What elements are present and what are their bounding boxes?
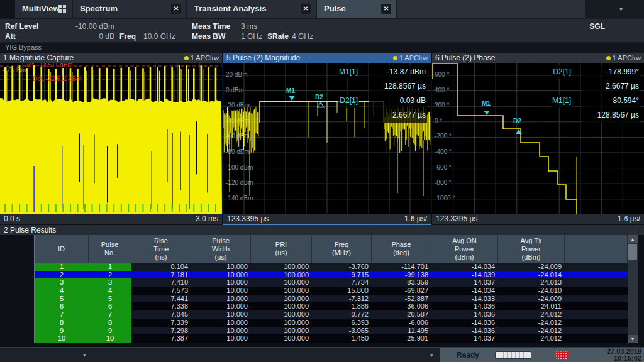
- column-header[interactable]: Rise Time (ns): [131, 235, 191, 263]
- close-icon[interactable]: ✕: [171, 4, 181, 14]
- x-scale: 1.6 µs/: [618, 214, 640, 224]
- x-start: 0.0 s: [4, 214, 20, 223]
- panel-pulse-phase: 6 Pulse (2) Phase 1 APClrw 600 °400 °200…: [432, 53, 644, 224]
- marker-m1-label[interactable]: M1: [482, 100, 491, 107]
- panel-header[interactable]: 1 Magnitude Capture 1 APClrw: [0, 53, 222, 63]
- column-header[interactable]: [565, 235, 628, 263]
- column-header[interactable]: Avg Tx Power (dBm): [498, 235, 565, 263]
- close-icon[interactable]: ✕: [301, 4, 311, 14]
- marker-readout-row: 128.8567 µs: [338, 79, 427, 94]
- pulse-row-8[interactable]: 887.33910.000100.0006.393-6.006-14.036-2…: [35, 319, 628, 327]
- meas-time-value[interactable]: 3 ms: [241, 22, 257, 31]
- column-header[interactable]: Pulse Width (us): [191, 235, 251, 263]
- table-cell: 1: [89, 263, 131, 271]
- marker-readout: D2[1]-178.999°2.6677 µsM1[1]80.594°128.8…: [551, 65, 640, 123]
- tab-multiview[interactable]: MultiView: [15, 0, 72, 18]
- scroll-thumb[interactable]: [628, 244, 637, 260]
- panel-footer: 123.3395 µs 1.6 µs/: [223, 214, 431, 224]
- table-cell: 8: [89, 319, 131, 327]
- freq-label: Freq: [119, 32, 136, 41]
- trace-dot-icon: [184, 56, 189, 60]
- marker-name: [570, 79, 572, 94]
- column-header[interactable]: ID: [35, 235, 89, 263]
- marker-value: 80.594°: [582, 94, 640, 108]
- tab-label: MultiView: [15, 0, 60, 18]
- pulse-row-10[interactable]: 10107.38710.000100.0001.45025.901-14.037…: [35, 334, 628, 343]
- pulse-row-4[interactable]: 447.57310.000100.00015.800-69.827-14.034…: [35, 287, 628, 295]
- tabbar-dropdown-icon[interactable]: ▾: [619, 6, 623, 13]
- marker-d2-label[interactable]: D2: [315, 94, 323, 101]
- table-cell: 7.338: [131, 302, 191, 310]
- table-cell: 100.000: [251, 278, 312, 287]
- att-value[interactable]: 0 dB: [44, 32, 114, 41]
- column-header[interactable]: Pulse No.: [89, 235, 131, 263]
- marker-readout-row: 2.6677 µs: [338, 108, 427, 123]
- statusbar-dropdown-icon[interactable]: ▾: [83, 352, 86, 358]
- pulse-row-6[interactable]: 667.33810.000100.000-1.886-36.006-14.036…: [35, 302, 628, 310]
- tab-pulse[interactable]: Pulse ✕: [317, 0, 396, 18]
- ref-level-value[interactable]: -10.00 dBm: [44, 22, 114, 31]
- table-cell: -3.760: [312, 263, 372, 271]
- table-cell: 10.000: [191, 310, 251, 319]
- pulse-row-1[interactable]: 118.10410.000100.000-3.760-114.701-14.03…: [35, 263, 628, 271]
- magnitude-capture-plot[interactable]: -10 dBm Ref. -12.511 dBm Det. -22.511 dB…: [0, 63, 222, 214]
- marker-m1-label[interactable]: M1: [286, 87, 295, 94]
- table-cell: [565, 263, 628, 271]
- table-cell: 7.734: [312, 278, 372, 287]
- close-icon[interactable]: ✕: [381, 4, 391, 14]
- freq-value[interactable]: 10.0 GHz: [143, 32, 175, 41]
- tab-transient-analysis[interactable]: Transient Analysis ✕: [187, 0, 316, 18]
- meas-bw-value[interactable]: 1 GHz: [241, 32, 262, 41]
- yig-bypass-label: YIG Bypass: [0, 43, 644, 53]
- marker-name: [357, 79, 359, 94]
- table-cell: -6.006: [372, 319, 431, 327]
- table-cell: -24.012: [498, 310, 565, 319]
- pulse-row-7[interactable]: 777.04510.000100.000-0.772-20.587-14.036…: [35, 310, 628, 319]
- table-cell: 9: [89, 327, 131, 335]
- table-cell: -14.034: [431, 287, 498, 295]
- pulse-row-2[interactable]: 227.18110.000100.0009.715-99.138-14.039-…: [35, 271, 628, 279]
- table-cell: 2: [89, 271, 131, 279]
- table-cell: -14.036: [431, 327, 498, 335]
- table-cell: -24.013: [498, 278, 565, 287]
- meas-time-label: Meas Time: [192, 22, 230, 31]
- table-cell: -14.037: [431, 278, 498, 287]
- pulse-phase-plot[interactable]: 600 °400 °200 °0 °-200 °-400 °-600 °-800…: [432, 63, 644, 214]
- table-cell: 3: [35, 278, 89, 287]
- scroll-down-icon[interactable]: ▼: [628, 335, 638, 343]
- pulse-magnitude-plot[interactable]: 20 dBm0 dBm-20 dBm-40 dBm-60 dBm-80 dBm-…: [223, 63, 431, 214]
- table-cell: [565, 334, 628, 343]
- pulse-row-5[interactable]: 557.44110.000100.000-7.312-52.887-14.033…: [35, 295, 628, 303]
- table-cell: 4: [89, 287, 131, 295]
- table-cell: 10: [35, 334, 89, 343]
- table-cell: -24.009: [498, 295, 565, 303]
- table-cell: 100.000: [251, 295, 312, 303]
- table-cell: 15.800: [312, 287, 372, 295]
- column-header[interactable]: Freq (MHz): [312, 235, 372, 263]
- srate-label: SRate: [267, 32, 289, 41]
- panel-header[interactable]: 6 Pulse (2) Phase 1 APClrw: [432, 53, 644, 63]
- marker-value: 0.03 dB: [369, 94, 427, 108]
- tab-spectrum[interactable]: Spectrum ✕: [73, 0, 186, 18]
- marker-d2-label[interactable]: D2: [513, 118, 521, 124]
- marker-value: -178.999°: [582, 65, 640, 79]
- table-cell: 7.045: [131, 310, 191, 319]
- table-cell: 9: [35, 327, 89, 335]
- column-header[interactable]: PRI (us): [251, 235, 312, 263]
- scroll-up-icon[interactable]: ▲: [628, 235, 638, 243]
- table-cell: -114.701: [372, 263, 431, 271]
- table-cell: 7: [89, 310, 131, 319]
- panel-header[interactable]: 5 Pulse (2) Magnitude 1 APClrw: [223, 53, 431, 63]
- pulse-row-3[interactable]: 337.41010.000100.0007.734-83.359-14.037-…: [35, 278, 628, 287]
- column-header[interactable]: Phase (deg): [372, 235, 431, 263]
- trace-info: 1 APClrw: [184, 53, 219, 63]
- results-scrollbar[interactable]: ▲ ▼: [628, 235, 638, 343]
- panel-footer: 0.0 s 3.0 ms: [0, 214, 222, 224]
- table-cell: 10.000: [191, 278, 251, 287]
- results-header-row: IDPulse No.Rise Time (ns)Pulse Width (us…: [34, 235, 628, 263]
- pulse-row-9[interactable]: 997.29810.000100.000-3.06511.495-14.036-…: [35, 327, 628, 335]
- column-header[interactable]: Avg ON Power (dBm): [431, 235, 498, 263]
- table-cell: -83.359: [372, 278, 431, 287]
- statusbar-dropdown-icon[interactable]: ▾: [430, 352, 433, 358]
- srate-value[interactable]: 4 GHz: [292, 32, 313, 41]
